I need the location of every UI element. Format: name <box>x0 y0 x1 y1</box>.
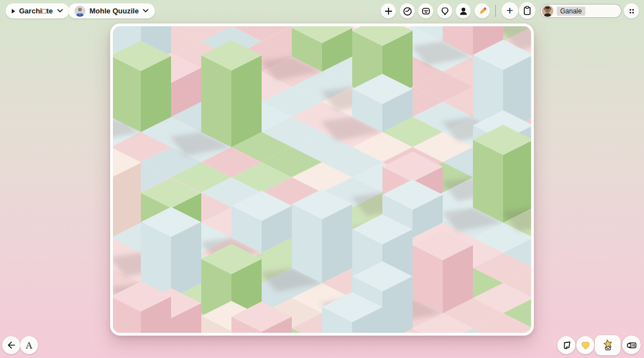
timer-icon <box>402 6 413 16</box>
collaborator-pill[interactable]: Ganale <box>540 4 622 18</box>
back-button[interactable] <box>2 336 20 354</box>
collaborator-avatar <box>542 5 553 17</box>
add-item-button[interactable] <box>381 3 396 18</box>
board-menu-label: Garchi□te <box>19 7 53 15</box>
star-badge-icon <box>602 339 614 352</box>
text-tool-button[interactable]: A <box>20 336 38 354</box>
isometric-blocks-image <box>113 26 531 333</box>
new-frame-button[interactable]: + <box>501 2 518 19</box>
user-menu-button[interactable]: Mohle Quuzile <box>68 3 155 18</box>
expand-arrow-icon <box>12 9 15 13</box>
chevron-down-icon <box>57 9 63 13</box>
like-button[interactable] <box>576 336 594 354</box>
reward-badge-button[interactable] <box>595 335 621 355</box>
sticky-note-icon <box>561 340 572 351</box>
user-icon <box>458 6 468 16</box>
toolbar-divider <box>495 5 496 17</box>
clipboard-button[interactable] <box>519 2 536 19</box>
user-avatar <box>74 6 86 17</box>
pen-button[interactable] <box>475 3 490 18</box>
location-button[interactable] <box>437 3 452 18</box>
camera-button[interactable] <box>622 336 641 354</box>
text-tool-icon: A <box>26 341 32 350</box>
collaborator-name: Ganale <box>557 7 585 16</box>
timer-button[interactable] <box>400 3 415 18</box>
location-pin-icon <box>440 6 450 16</box>
sticky-note-button[interactable] <box>557 336 575 354</box>
back-arrow-icon <box>6 340 16 350</box>
comment-icon <box>421 6 431 16</box>
apps-grid-button[interactable] <box>624 3 639 18</box>
plus-icon: + <box>506 4 513 16</box>
profile-button[interactable] <box>456 3 471 18</box>
camera-icon <box>626 340 637 351</box>
chevron-down-icon <box>143 9 149 13</box>
heart-icon <box>580 340 591 351</box>
pen-icon <box>477 6 488 17</box>
grid-dots-icon <box>628 7 636 15</box>
clipboard-icon <box>522 6 532 16</box>
plus-icon <box>383 6 394 16</box>
comments-button[interactable] <box>418 3 433 18</box>
user-menu-label: Mohle Quuzile <box>89 7 139 15</box>
board-menu-button[interactable]: Garchi□te <box>6 3 69 18</box>
canvas-image-frame[interactable] <box>110 23 534 336</box>
